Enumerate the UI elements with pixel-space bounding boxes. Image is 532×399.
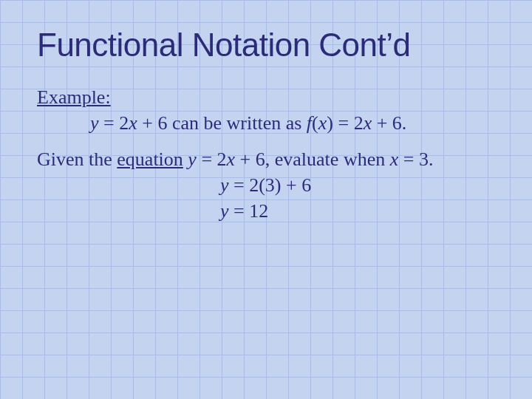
var-y: y <box>220 200 229 222</box>
work-line-2: y = 12 <box>37 198 495 224</box>
slide-body: Example: y = 2x + 6 can be written as f(… <box>37 84 495 224</box>
text: + 6 can be written as <box>137 112 307 134</box>
text: = 2 <box>99 112 129 134</box>
var-x: x <box>227 149 236 170</box>
text: + 6, evaluate when <box>235 149 390 170</box>
slide-title: Functional Notation Cont’d <box>37 27 495 64</box>
var-x: x <box>318 112 327 134</box>
work-line-1: y = 2(3) + 6 <box>37 172 495 198</box>
text: ( <box>312 112 318 134</box>
given-sentence: Given the equation y = 2x + 6, evaluate … <box>37 146 495 172</box>
example-sentence: y = 2x + 6 can be written as f(x) = 2x +… <box>37 110 495 136</box>
text: ) = 2 <box>327 112 363 134</box>
text: = 3. <box>398 149 433 170</box>
text: = 2(3) + 6 <box>229 174 312 196</box>
var-x: x <box>390 149 399 170</box>
text: Given the <box>37 149 117 170</box>
var-y: y <box>220 174 229 196</box>
var-x: x <box>129 112 137 134</box>
text: = 12 <box>229 200 269 222</box>
text: + 6. <box>372 112 406 134</box>
var-x: x <box>364 112 372 134</box>
text: = 2 <box>197 149 227 170</box>
fn-f: f <box>307 112 312 134</box>
example-label: Example: <box>37 84 495 110</box>
var-y: y <box>90 112 99 134</box>
underline-equation: equation <box>117 149 183 170</box>
var-y: y <box>188 149 197 170</box>
